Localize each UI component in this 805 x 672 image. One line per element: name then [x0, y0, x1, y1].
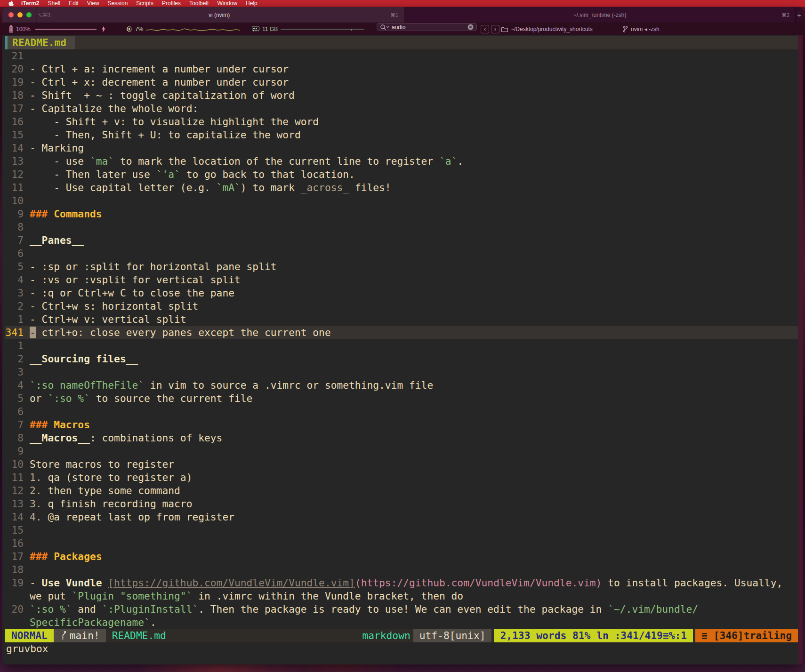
buffer-line[interactable]: 15: [5, 524, 798, 537]
minimize-button[interactable]: [17, 12, 23, 17]
back-button[interactable]: ‹: [481, 25, 489, 33]
buffer-line[interactable]: 6: [5, 405, 798, 418]
buffer-line[interactable]: 9### Commands: [5, 208, 798, 221]
buffer-line[interactable]: 20`:so %` and `:PluginInstall`. Then the…: [5, 603, 798, 616]
line-text: ### Macros: [30, 418, 90, 432]
buffer-line[interactable]: 111. qa (store to register a): [5, 471, 798, 484]
buffer-line[interactable]: 144. @a repeat last op from register: [5, 511, 798, 524]
buffer-line[interactable]: 12 - Then later use `'a` to go back to t…: [5, 168, 798, 181]
tab-bar: ⌥⌘1 vi (nvim) ⌘1 ~/.vim_runtime (-zsh) ⌘…: [2, 7, 803, 23]
buffer-line[interactable]: 3- :q or Ctrl+w C to close the pane: [5, 287, 798, 300]
buffer-line[interactable]: 14- Marking: [5, 142, 798, 155]
forward-button[interactable]: ›: [491, 25, 499, 33]
buffer-line[interactable]: 16: [5, 537, 798, 550]
buffer-line[interactable]: we put `Plugin "something"` in .vimrc wi…: [5, 590, 798, 603]
buffer-line[interactable]: 5or `:so %` to source the current file: [5, 392, 798, 405]
job-indicator: nvim ◂ -zsh: [623, 23, 660, 35]
buffer-line[interactable]: 16 - Shift + v: to visualize highlight t…: [5, 115, 798, 128]
menu-help[interactable]: Help: [246, 0, 258, 7]
menu-shell[interactable]: Shell: [48, 0, 60, 7]
line-number: 13: [5, 155, 24, 168]
buffer-line[interactable]: 9: [5, 445, 798, 458]
buffer-line[interactable]: 7__Panes__: [5, 234, 798, 247]
buffer-line[interactable]: 122. then type some command: [5, 484, 798, 497]
line-text: ### Commands: [30, 208, 102, 221]
buffer-line[interactable]: 19- Use Vundle [https://github.com/Vundl…: [5, 576, 798, 590]
line-number: 19: [5, 576, 24, 590]
menu-profiles[interactable]: Profiles: [162, 0, 181, 7]
line-text: - :sp or :split for horizontal pane spli…: [30, 260, 277, 273]
menu-session[interactable]: Session: [108, 0, 128, 7]
menu-toolbelt[interactable]: Toolbelt: [189, 0, 209, 7]
buffer-line[interactable]: 2- Ctrl+w s: horizontal split: [5, 300, 798, 313]
cpu-indicator: 7%: [126, 23, 240, 35]
statusline-position: 2,133 words 81% ln :341/419≡%:1: [494, 629, 693, 642]
search-input[interactable]: audio: [392, 24, 465, 31]
tab-title: vi (nvim): [209, 12, 230, 18]
buffer-line[interactable]: SpecificPackagename`.: [5, 616, 798, 629]
buffer-line[interactable]: 13 - use `ma` to mark the location of th…: [5, 155, 798, 168]
buffer-line[interactable]: 5- :sp or :split for horizontal pane spl…: [5, 260, 798, 273]
line-text: - Shift + v: to visualize highlight the …: [30, 115, 319, 128]
buffer-line[interactable]: 10Store macros to register: [5, 458, 798, 471]
menu-scripts[interactable]: Scripts: [136, 0, 153, 7]
line-number: 341: [5, 326, 24, 339]
line-number: 8: [5, 432, 24, 445]
vim-tab-readme[interactable]: README.md: [5, 36, 75, 49]
buffer-line[interactable]: 8__Macros__: combinations of keys: [5, 432, 798, 445]
buffer-line[interactable]: 11 - Use capital letter (e.g. `mA`) to m…: [5, 181, 798, 194]
buffer-line[interactable]: 8: [5, 221, 798, 234]
line-text: - Ctrl + x: decrement a number under cur…: [30, 76, 289, 89]
buffer-line[interactable]: 4`:so nameOfTheFile` in vim to source a …: [5, 379, 798, 392]
buffer-line[interactable]: 10: [5, 194, 798, 208]
apple-icon[interactable]: [8, 0, 14, 7]
clear-search-icon[interactable]: [467, 24, 474, 30]
line-text: Store macros to register: [30, 458, 174, 471]
tab-vim-runtime-zsh[interactable]: ~/.vim_runtime (-zsh) ⌘2: [404, 7, 796, 23]
menu-window[interactable]: Window: [217, 0, 237, 7]
new-tab-button[interactable]: +: [796, 7, 803, 23]
close-button[interactable]: [8, 12, 14, 17]
buffer-line[interactable]: 20- Ctrl + a: increment a number under c…: [5, 63, 798, 76]
buffer-line[interactable]: 18: [5, 563, 798, 576]
search-field[interactable]: audio: [377, 23, 477, 31]
line-number: 17: [5, 550, 24, 563]
buffer-line[interactable]: 4- :vs or :vsplit for vertical split: [5, 273, 798, 287]
menu-iterm2[interactable]: iTerm2: [21, 0, 39, 7]
line-number: 4: [5, 273, 24, 287]
buffer-line[interactable]: 17### Packages: [5, 550, 798, 563]
line-number: 9: [5, 445, 24, 458]
git-branch-icon: [623, 26, 628, 32]
cpu-icon: [126, 26, 132, 32]
line-number: 20: [5, 603, 24, 616]
line-text: 2. then type some command: [30, 484, 180, 497]
buffer-line[interactable]: 17- Capitalize the whole word:: [5, 102, 798, 115]
iterm-status-bar: 100% 7% 11 GB audio ‹ ›: [2, 23, 803, 35]
buffer-line[interactable]: 18- Shift + ~ : toggle capitalization of…: [5, 89, 798, 102]
buffer-line[interactable]: 6: [5, 247, 798, 260]
zoom-button[interactable]: [26, 12, 32, 17]
buffer-line[interactable]: 19- Ctrl + x: decrement a number under c…: [5, 76, 798, 89]
buffer-line[interactable]: 133. q finish recording macro: [5, 497, 798, 511]
tab-vi-nvim[interactable]: ⌥⌘1 vi (nvim) ⌘1: [2, 7, 404, 23]
line-number: 7: [5, 234, 24, 247]
buffer-line[interactable]: 21: [5, 49, 798, 63]
menu-view[interactable]: View: [87, 0, 99, 7]
buffer-line[interactable]: 15 - Then, Shift + U: to capitalize the …: [5, 128, 798, 142]
buffer-line[interactable]: 1- Ctrl+w v: vertical split: [5, 313, 798, 326]
memory-indicator: 11 GB: [252, 23, 364, 35]
buffer[interactable]: 2120- Ctrl + a: increment a number under…: [5, 49, 798, 629]
buffer-line-current[interactable]: 341- ctrl+o: close every panes except th…: [5, 326, 798, 339]
terminal[interactable]: README.md 2120- Ctrl + a: increment a nu…: [2, 35, 803, 664]
line-number: 5: [5, 260, 24, 273]
line-number: 19: [5, 76, 24, 89]
buffer-line[interactable]: 3: [5, 366, 798, 379]
folder-icon: [501, 26, 508, 32]
line-text: - Ctrl + a: increment a number under cur…: [30, 63, 289, 76]
line-number: 12: [5, 168, 24, 181]
menu-edit[interactable]: Edit: [69, 0, 79, 7]
buffer-line[interactable]: 1: [5, 339, 798, 352]
buffer-line[interactable]: 7### Macros: [5, 418, 798, 432]
scrollbar[interactable]: [798, 35, 803, 664]
buffer-line[interactable]: 2__Sourcing files__: [5, 352, 798, 366]
